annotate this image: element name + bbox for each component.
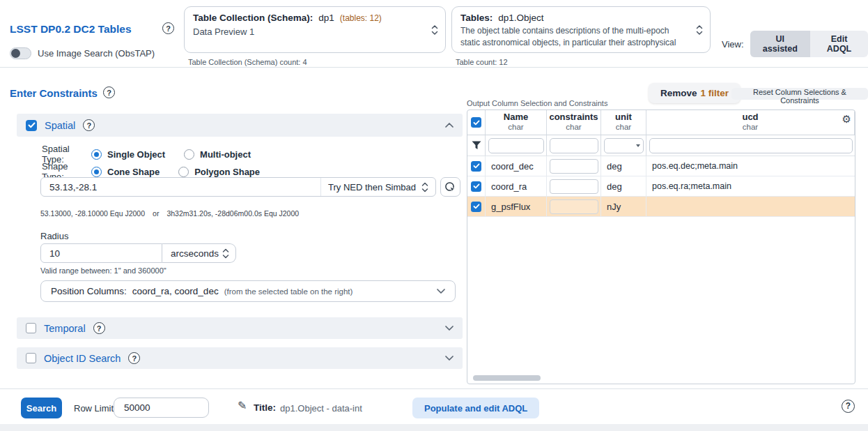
row-limit-label: Row Limit: — [74, 403, 116, 414]
radius-valid-range-hint: Valid range between: 1" and 360000" — [40, 266, 166, 275]
select-all-checkbox[interactable] — [471, 117, 481, 128]
header-select-all-cell — [467, 110, 486, 135]
constraint-input[interactable] — [550, 159, 598, 174]
tables-select[interactable]: Tables:dp1.Object The object table conta… — [451, 6, 711, 53]
search-button[interactable]: Search — [21, 398, 62, 418]
cell-name: g_psfFlux — [486, 197, 547, 216]
tables-value: dp1.Object — [498, 13, 543, 23]
check-icon — [28, 122, 36, 128]
spinner-icon — [431, 24, 438, 35]
chevron-up-icon[interactable] — [445, 123, 454, 128]
cell-ucd: pos.eq.dec;meta.main — [646, 156, 855, 176]
filter-funnel-icon[interactable] — [472, 141, 481, 150]
edit-title-pencil-icon[interactable]: ✎ — [238, 400, 247, 411]
remove-filter-button[interactable]: Remove1 filter — [649, 83, 741, 103]
radius-input[interactable] — [40, 243, 162, 263]
filter-ucd-input[interactable] — [649, 138, 853, 153]
header-name[interactable]: Name char — [486, 110, 547, 135]
coordinates-box: Try NED then Simbad — [40, 177, 436, 197]
radio-single-object[interactable]: Single Object — [91, 149, 165, 160]
filter-unit-cell — [601, 135, 646, 156]
cell-ucd: pos.eq.ra;meta.main — [646, 176, 855, 196]
footer-bar: Search Row Limit: ✎ Title: dp1.Object - … — [0, 388, 868, 424]
footer-help-icon[interactable]: ? — [842, 400, 855, 413]
header-unit[interactable]: unit char — [601, 110, 646, 135]
header-ucd[interactable]: ucd char — [646, 110, 855, 135]
reset-columns-button[interactable]: Reset Column Selections & Constraints — [731, 88, 868, 100]
position-columns-dropdown[interactable]: Position Columns: coord_ra, coord_dec (f… — [40, 280, 456, 302]
row-checkbox[interactable] — [471, 161, 481, 172]
row-checkbox[interactable] — [471, 181, 481, 192]
row-limit-input[interactable] — [114, 398, 209, 418]
filter-unit-combo[interactable] — [604, 138, 644, 153]
radius-row: arcseconds — [40, 243, 236, 263]
table-row-g_psfFlux[interactable]: g_psfFlux nJy — [467, 197, 855, 217]
constraint-input[interactable] — [550, 199, 598, 214]
cell-unit: nJy — [601, 197, 646, 216]
view-switcher: View: UI assisted Edit ADQL — [722, 31, 868, 57]
remove-filter-count: 1 filter — [701, 88, 729, 98]
title-value: dp1.Object - data-int — [280, 403, 362, 414]
cell-unit: deg — [601, 156, 646, 176]
view-ui-assisted-button[interactable]: UI assisted — [750, 31, 811, 57]
spinner-icon — [696, 24, 703, 35]
spinner-icon — [222, 248, 229, 259]
resolver-select[interactable]: Try NED then Simbad — [320, 178, 435, 196]
table-filter-row — [467, 135, 855, 156]
temporal-checkbox[interactable] — [26, 323, 36, 333]
coord-or: or — [153, 209, 159, 218]
header-constraints[interactable]: constraints char — [547, 110, 601, 135]
toggle-knob — [11, 49, 20, 58]
radio-cone-shape[interactable]: Cone Shape — [91, 167, 160, 177]
cell-ucd — [646, 197, 855, 216]
chevron-down-icon[interactable] — [445, 356, 454, 361]
spatial-checkbox[interactable] — [26, 120, 37, 131]
schema-select[interactable]: Table Collection (Schema):dp1(tables: 12… — [184, 6, 446, 53]
title-help-icon[interactable]: ? — [162, 22, 174, 34]
temporal-section-header[interactable]: Temporal ? — [17, 317, 463, 339]
spinner-icon — [421, 182, 428, 192]
schema-count-hint: Table Collection (Schema) count: 4 — [188, 58, 307, 66]
footer-help-wrap: ? — [842, 399, 855, 413]
table-settings-gear-icon[interactable]: ⚙ — [842, 114, 851, 124]
radio-polygon-shape[interactable]: Polygon Shape — [178, 167, 260, 177]
radio-unselected-icon — [178, 167, 189, 177]
cell-unit: deg — [601, 176, 646, 196]
table-description: The object table contains descriptions o… — [460, 25, 678, 49]
filter-constraints-input[interactable] — [550, 138, 598, 153]
filter-ucd-cell — [646, 135, 855, 156]
horizontal-scrollbar-thumb[interactable] — [473, 375, 541, 381]
view-edit-adql-button[interactable]: Edit ADQL — [810, 31, 868, 57]
object-id-section-title: Object ID Search — [44, 353, 121, 364]
image-search-toggle-label: Use Image Search (ObsTAP) — [38, 48, 155, 59]
object-id-help-icon[interactable]: ? — [128, 352, 140, 364]
radio-multi-object[interactable]: Multi-object — [184, 149, 251, 160]
table-row-coord_dec[interactable]: coord_dec deg pos.eq.dec;meta.main — [467, 156, 855, 176]
populate-adql-button[interactable]: Populate and edit ADQL — [412, 398, 539, 418]
table-row-coord_ra[interactable]: coord_ra deg pos.eq.ra;meta.main — [467, 176, 855, 197]
image-search-toggle-row: Use Image Search (ObsTAP) — [10, 47, 155, 59]
radius-unit-select[interactable]: arcseconds — [162, 243, 236, 263]
row-checkbox[interactable] — [471, 202, 481, 212]
coordinates-input[interactable] — [41, 178, 320, 196]
enter-constraints-heading: Enter Constraints — [10, 87, 98, 99]
object-id-checkbox[interactable] — [26, 353, 36, 363]
constraints-help-icon[interactable]: ? — [103, 86, 115, 98]
spatial-help-icon[interactable]: ? — [83, 119, 95, 131]
chevron-down-icon[interactable] — [445, 326, 454, 331]
remove-filter-prefix: Remove — [660, 88, 697, 98]
schema-label: Table Collection (Schema): — [193, 13, 313, 23]
tables-label: Tables: — [460, 13, 493, 23]
spatial-section-title: Spatial — [45, 120, 75, 131]
tap-search-page: LSST DP0.2 DC2 Tables ? Use Image Search… — [0, 0, 868, 431]
coordinate-feedback: 53.13000, -28.10000 Equ J2000or3h32m31.2… — [40, 209, 299, 218]
constraint-input[interactable] — [550, 179, 598, 194]
temporal-section-title: Temporal — [44, 323, 86, 334]
filter-name-input[interactable] — [488, 138, 544, 153]
radio-selected-icon — [91, 149, 102, 160]
image-search-toggle[interactable] — [10, 47, 31, 59]
resolve-button[interactable] — [440, 177, 460, 197]
temporal-help-icon[interactable]: ? — [93, 322, 105, 334]
object-id-section-header[interactable]: Object ID Search ? — [17, 347, 463, 369]
spatial-section-header[interactable]: Spatial ? — [17, 114, 463, 137]
